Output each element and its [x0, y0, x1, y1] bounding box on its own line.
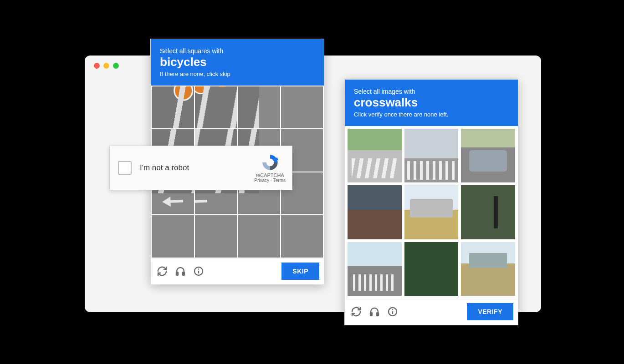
svg-rect-5: [370, 313, 372, 316]
privacy-link[interactable]: Privacy: [254, 178, 269, 183]
refresh-icon[interactable]: [156, 265, 168, 277]
headphones-icon[interactable]: [368, 306, 380, 318]
captcha-target-word: crosswalks: [354, 95, 509, 110]
captcha-tile[interactable]: [404, 242, 459, 296]
svg-rect-0: [176, 272, 178, 275]
captcha-tile[interactable]: [461, 242, 515, 296]
captcha-header: Select all squares with bicycles If ther…: [151, 39, 324, 86]
captcha-image-grid: [345, 126, 518, 299]
recaptcha-logo-icon: [261, 153, 279, 172]
recaptcha-checkbox[interactable]: [118, 161, 132, 175]
recaptcha-legal-links: Privacy - Terms: [254, 178, 286, 183]
recaptcha-label: I'm not a robot: [140, 163, 246, 172]
captcha-tile[interactable]: [348, 129, 402, 183]
captcha-instruction-sub: If there are none, click skip: [160, 71, 315, 77]
refresh-icon[interactable]: [350, 306, 362, 318]
recaptcha-brand-text: reCAPTCHA: [254, 172, 286, 178]
captcha-tile[interactable]: [195, 86, 237, 129]
captcha-footer: VERIFY: [345, 299, 518, 325]
captcha-tile[interactable]: [404, 129, 459, 183]
captcha-tile[interactable]: [195, 215, 237, 258]
captcha-tile[interactable]: [238, 86, 280, 129]
captcha-tile[interactable]: [152, 215, 194, 258]
captcha-footer: SKIP: [151, 258, 324, 284]
captcha-tile[interactable]: [281, 215, 323, 258]
captcha-tile[interactable]: [404, 185, 459, 239]
captcha-tile[interactable]: [281, 86, 323, 129]
captcha-tile[interactable]: [348, 242, 402, 296]
captcha-target-word: bicycles: [160, 55, 315, 70]
terms-link[interactable]: Terms: [273, 178, 286, 183]
captcha-panel-crosswalks: Select all images with crosswalks Click …: [344, 79, 518, 325]
captcha-tile[interactable]: [152, 86, 194, 129]
svg-point-9: [392, 309, 393, 310]
headphones-icon[interactable]: [174, 265, 186, 277]
close-dot[interactable]: [94, 63, 100, 69]
info-icon[interactable]: [387, 306, 399, 318]
captcha-tile[interactable]: [461, 129, 515, 183]
svg-rect-6: [377, 313, 378, 316]
captcha-header: Select all images with crosswalks Click …: [345, 80, 518, 126]
zoom-dot[interactable]: [113, 63, 119, 69]
info-icon[interactable]: [193, 265, 205, 277]
window-traffic-lights: [94, 63, 119, 69]
svg-point-4: [198, 268, 199, 269]
recaptcha-brand: reCAPTCHA Privacy - Terms: [254, 153, 286, 183]
captcha-instruction-sub: Click verify once there are none left.: [354, 111, 509, 118]
minimize-dot[interactable]: [103, 63, 109, 69]
captcha-instruction-small: Select all images with: [354, 88, 509, 95]
captcha-tile[interactable]: [461, 185, 515, 239]
svg-rect-1: [183, 272, 184, 275]
captcha-tile[interactable]: [348, 185, 402, 239]
recaptcha-checkbox-widget: I'm not a robot reCAPTCHA Privacy - Term…: [109, 146, 292, 190]
captcha-footer-icons: [156, 265, 205, 277]
captcha-tile[interactable]: [238, 215, 280, 258]
captcha-footer-icons: [350, 306, 399, 318]
captcha-instruction-small: Select all squares with: [160, 47, 315, 55]
verify-button[interactable]: VERIFY: [467, 303, 513, 320]
skip-button[interactable]: SKIP: [281, 263, 319, 280]
